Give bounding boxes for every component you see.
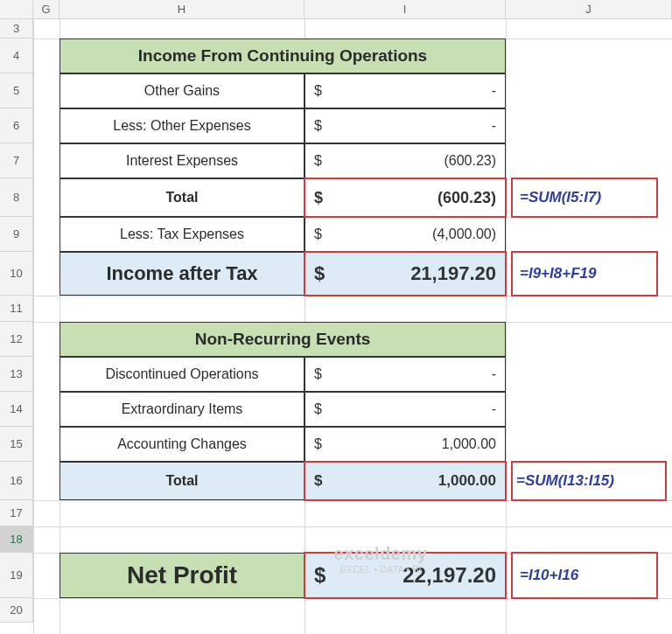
formula-f8: =SUM(I5:I7) [520, 178, 601, 217]
table2-header[interactable]: Non-Recurring Events [60, 322, 506, 357]
cell-i6[interactable]: $- [304, 108, 506, 143]
cell-value: - [492, 366, 496, 382]
currency-symbol: $ [314, 366, 322, 382]
spreadsheet-view: { "columns": ["G","H","I","J"], "rows": … [0, 0, 672, 634]
cell-h13[interactable]: Discontinued Operations [60, 357, 304, 392]
currency-symbol: $ [314, 189, 323, 207]
corner-cell[interactable] [0, 0, 33, 19]
cell-h19[interactable]: Net Profit [60, 553, 304, 598]
cell-i10[interactable]: $21,197.20 [304, 252, 506, 296]
row-header-11[interactable]: 11 [0, 296, 33, 322]
row-header-8[interactable]: 8 [0, 178, 33, 217]
cell-h14[interactable]: Extraordinary Items [60, 392, 304, 427]
cell-value: (600.23) [438, 189, 496, 207]
cell-value: 21,197.20 [410, 262, 496, 285]
row-header-17[interactable]: 17 [0, 500, 33, 526]
row-header-4[interactable]: 4 [0, 38, 33, 73]
row-header-13[interactable]: 13 [0, 357, 33, 392]
row-header-7[interactable]: 7 [0, 143, 33, 178]
formula-f19: =I10+I16 [520, 553, 578, 598]
cell-value: - [492, 118, 496, 134]
col-header-i[interactable]: I [304, 0, 506, 19]
currency-symbol: $ [314, 563, 326, 588]
cell-value: (600.23) [444, 153, 496, 169]
cell-value: - [492, 401, 496, 417]
currency-symbol: $ [314, 472, 322, 490]
currency-symbol: $ [314, 226, 322, 242]
row-header-18[interactable]: 18 [0, 526, 33, 553]
formula-f10: =I9+I8+F19 [520, 252, 596, 296]
cell-i16[interactable]: $1,000.00 [304, 462, 506, 500]
cell-i8[interactable]: $(600.23) [304, 178, 506, 217]
cell-value: (4,000.00) [432, 226, 496, 242]
row-header-15[interactable]: 15 [0, 427, 33, 462]
col-header-h[interactable]: H [60, 0, 304, 19]
currency-symbol: $ [314, 83, 322, 99]
currency-symbol: $ [314, 153, 322, 169]
table1-header[interactable]: Income From Continuing Operations [60, 38, 506, 73]
formula-f16: =SUM(I13:I15) [516, 462, 614, 500]
cell-i9[interactable]: $(4,000.00) [304, 217, 506, 252]
row-header-3[interactable]: 3 [0, 19, 33, 38]
cell-value: 22,197.20 [402, 563, 496, 588]
cell-i19[interactable]: $22,197.20 [304, 553, 506, 598]
cell-h15[interactable]: Accounting Changes [60, 427, 304, 462]
row-header-9[interactable]: 9 [0, 217, 33, 252]
col-header-g[interactable]: G [33, 0, 60, 19]
cell-h8[interactable]: Total [60, 178, 304, 217]
cell-value: 1,000.00 [438, 472, 496, 490]
cell-h16[interactable]: Total [60, 462, 304, 500]
cell-h10[interactable]: Income after Tax [60, 252, 304, 296]
currency-symbol: $ [314, 401, 322, 417]
row-header-10[interactable]: 10 [0, 252, 33, 296]
cell-i15[interactable]: $1,000.00 [304, 427, 506, 462]
currency-symbol: $ [314, 118, 322, 134]
cell-h7[interactable]: Interest Expenses [60, 143, 304, 178]
cell-value: - [492, 83, 496, 99]
row-header-12[interactable]: 12 [0, 322, 33, 357]
cell-i5[interactable]: $- [304, 73, 506, 108]
row-header-19[interactable]: 19 [0, 553, 33, 598]
cell-h9[interactable]: Less: Tax Expenses [60, 217, 304, 252]
cell-h6[interactable]: Less: Other Expenses [60, 108, 304, 143]
row-header-16[interactable]: 16 [0, 462, 33, 500]
cell-i13[interactable]: $- [304, 357, 506, 392]
row-header-14[interactable]: 14 [0, 392, 33, 427]
cell-value: 1,000.00 [442, 436, 496, 452]
cell-i7[interactable]: $(600.23) [304, 143, 506, 178]
cell-i14[interactable]: $- [304, 392, 506, 427]
row-header-5[interactable]: 5 [0, 73, 33, 108]
cell-h5[interactable]: Other Gains [60, 73, 304, 108]
row-header-6[interactable]: 6 [0, 108, 33, 143]
currency-symbol: $ [314, 262, 325, 285]
currency-symbol: $ [314, 436, 322, 452]
row-header-20[interactable]: 20 [0, 598, 33, 623]
col-header-j[interactable]: J [506, 0, 672, 19]
